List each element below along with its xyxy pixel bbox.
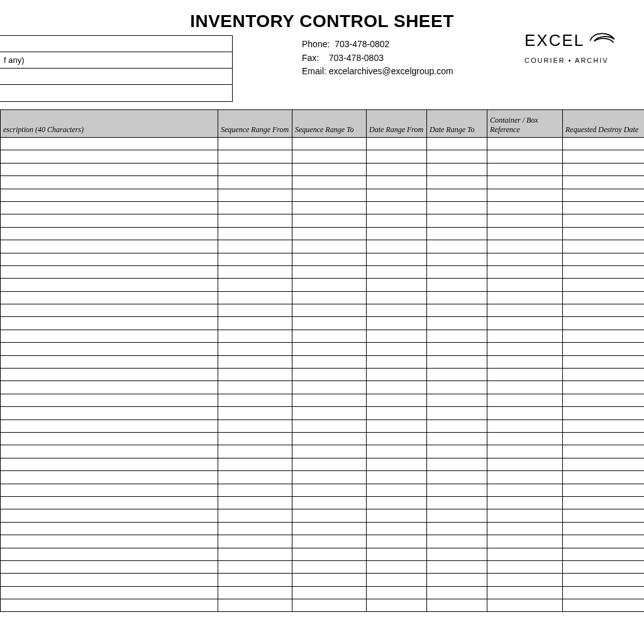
table-cell[interactable]: [218, 509, 292, 522]
table-cell[interactable]: [1, 432, 218, 445]
table-cell[interactable]: [563, 522, 645, 535]
table-row[interactable]: [1, 189, 645, 201]
table-cell[interactable]: [487, 240, 563, 253]
table-cell[interactable]: [563, 458, 645, 470]
table-row[interactable]: [1, 394, 645, 406]
table-cell[interactable]: [563, 586, 645, 599]
table-cell[interactable]: [563, 176, 645, 189]
table-cell[interactable]: [563, 369, 645, 381]
table-cell[interactable]: [218, 317, 292, 330]
table-cell[interactable]: [1, 381, 218, 394]
table-cell[interactable]: [218, 599, 292, 612]
table-cell[interactable]: [563, 291, 645, 304]
table-cell[interactable]: [487, 330, 563, 342]
table-cell[interactable]: [367, 548, 427, 560]
table-cell[interactable]: [427, 574, 487, 586]
table-cell[interactable]: [427, 176, 487, 189]
table-cell[interactable]: [563, 265, 645, 278]
table-cell[interactable]: [367, 343, 427, 355]
table-cell[interactable]: [218, 574, 292, 586]
table-cell[interactable]: [367, 381, 427, 394]
table-cell[interactable]: [563, 432, 645, 445]
table-cell[interactable]: [487, 355, 563, 368]
table-cell[interactable]: [1, 484, 218, 496]
table-cell[interactable]: [292, 240, 367, 253]
table-cell[interactable]: [1, 265, 218, 278]
table-cell[interactable]: [1, 163, 218, 175]
table-cell[interactable]: [292, 201, 367, 214]
table-cell[interactable]: [427, 304, 487, 317]
table-cell[interactable]: [292, 176, 367, 189]
table-cell[interactable]: [1, 150, 218, 163]
table-cell[interactable]: [367, 509, 427, 522]
table-cell[interactable]: [367, 496, 427, 509]
table-cell[interactable]: [367, 522, 427, 535]
table-row[interactable]: [1, 330, 645, 342]
table-cell[interactable]: [1, 317, 218, 330]
info-row-2[interactable]: f any): [0, 52, 232, 69]
table-cell[interactable]: [1, 535, 218, 548]
table-cell[interactable]: [487, 560, 563, 573]
table-cell[interactable]: [218, 381, 292, 394]
table-cell[interactable]: [427, 317, 487, 330]
table-cell[interactable]: [487, 509, 563, 522]
table-cell[interactable]: [292, 304, 367, 317]
table-cell[interactable]: [292, 369, 367, 381]
table-cell[interactable]: [367, 394, 427, 406]
info-row-1[interactable]: [0, 36, 232, 52]
table-cell[interactable]: [1, 574, 218, 586]
table-cell[interactable]: [292, 279, 367, 291]
table-cell[interactable]: [292, 458, 367, 470]
table-cell[interactable]: [292, 214, 367, 227]
table-cell[interactable]: [427, 496, 487, 509]
table-cell[interactable]: [487, 471, 563, 484]
table-cell[interactable]: [367, 214, 427, 227]
table-row[interactable]: [1, 522, 645, 535]
table-cell[interactable]: [218, 407, 292, 419]
table-cell[interactable]: [1, 394, 218, 406]
table-cell[interactable]: [427, 471, 487, 484]
table-row[interactable]: [1, 214, 645, 227]
table-cell[interactable]: [1, 291, 218, 304]
table-row[interactable]: [1, 265, 645, 278]
table-cell[interactable]: [367, 189, 427, 201]
table-cell[interactable]: [563, 509, 645, 522]
table-cell[interactable]: [1, 138, 218, 150]
table-cell[interactable]: [367, 458, 427, 470]
table-row[interactable]: [1, 586, 645, 599]
table-row[interactable]: [1, 317, 645, 330]
table-cell[interactable]: [563, 548, 645, 560]
table-cell[interactable]: [427, 227, 487, 240]
table-cell[interactable]: [563, 381, 645, 394]
table-cell[interactable]: [292, 445, 367, 458]
table-cell[interactable]: [1, 189, 218, 201]
table-cell[interactable]: [563, 496, 645, 509]
table-cell[interactable]: [367, 176, 427, 189]
table-cell[interactable]: [487, 381, 563, 394]
table-row[interactable]: [1, 496, 645, 509]
table-cell[interactable]: [367, 407, 427, 419]
table-row[interactable]: [1, 240, 645, 253]
table-cell[interactable]: [292, 407, 367, 419]
table-cell[interactable]: [427, 419, 487, 432]
table-cell[interactable]: [367, 227, 427, 240]
table-cell[interactable]: [367, 163, 427, 175]
table-cell[interactable]: [292, 253, 367, 265]
table-cell[interactable]: [427, 201, 487, 214]
table-cell[interactable]: [563, 317, 645, 330]
table-cell[interactable]: [1, 214, 218, 227]
table-cell[interactable]: [487, 201, 563, 214]
table-cell[interactable]: [292, 394, 367, 406]
table-cell[interactable]: [367, 265, 427, 278]
table-cell[interactable]: [292, 343, 367, 355]
table-cell[interactable]: [563, 214, 645, 227]
table-cell[interactable]: [218, 214, 292, 227]
table-cell[interactable]: [427, 265, 487, 278]
table-cell[interactable]: [367, 330, 427, 342]
table-row[interactable]: [1, 291, 645, 304]
table-cell[interactable]: [292, 163, 367, 175]
table-row[interactable]: [1, 445, 645, 458]
table-row[interactable]: [1, 138, 645, 150]
table-cell[interactable]: [292, 560, 367, 573]
table-cell[interactable]: [487, 253, 563, 265]
